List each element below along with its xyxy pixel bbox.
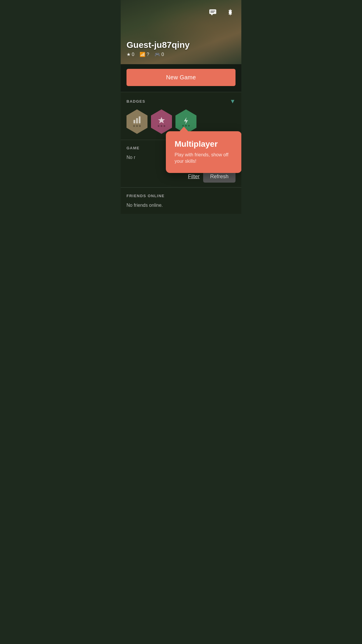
- stars-value: 0: [132, 52, 134, 57]
- no-friends-text: No friends online.: [126, 203, 236, 208]
- stats-row: ★ 0 📶 ? 🎮 0: [126, 52, 236, 57]
- stars-stat: ★ 0: [126, 52, 134, 57]
- tooltip-title: Multiplayer: [175, 139, 233, 149]
- games-section: GAME No r Multiplayer Play with friends,…: [121, 140, 241, 166]
- rank-value: ?: [147, 52, 149, 57]
- games-value: 0: [161, 52, 164, 57]
- svg-rect-7: [139, 116, 140, 123]
- divider-3: [121, 187, 241, 188]
- controller-icon: 🎮: [154, 52, 160, 57]
- rank-icon: 📶: [140, 52, 145, 57]
- username-display: Guest-ju87qiny: [126, 40, 236, 50]
- top-icons: [206, 6, 237, 19]
- settings-button[interactable]: [224, 6, 237, 19]
- svg-rect-6: [136, 118, 138, 123]
- friends-title: FRIENDS ONLINE: [126, 194, 165, 198]
- svg-rect-5: [133, 120, 135, 123]
- svg-marker-9: [184, 117, 188, 124]
- friends-section: FRIENDS ONLINE No friends online.: [121, 188, 241, 214]
- multiplayer-tooltip: Multiplayer Play with friends, show off …: [166, 131, 241, 173]
- new-game-section: New Game: [121, 64, 241, 92]
- rank-stat: 📶 ?: [140, 52, 149, 57]
- badges-chevron[interactable]: ▼: [230, 98, 236, 105]
- games-title: GAME: [126, 146, 140, 150]
- filter-button[interactable]: Filter: [188, 174, 200, 180]
- new-game-button[interactable]: New Game: [126, 69, 236, 86]
- badge-stats[interactable]: [126, 109, 147, 134]
- svg-marker-1: [211, 14, 213, 15]
- badges-title: BADGES: [126, 99, 145, 104]
- tooltip-description: Play with friends, show off your skills!: [175, 152, 233, 165]
- svg-rect-0: [209, 9, 216, 14]
- svg-rect-3: [210, 12, 214, 13]
- tooltip-arrow: [179, 127, 189, 132]
- hero-banner: Guest-ju87qiny ★ 0 📶 ? 🎮 0: [121, 0, 241, 64]
- star-icon: ★: [126, 52, 131, 57]
- hero-content: Guest-ju87qiny ★ 0 📶 ? 🎮 0: [126, 40, 236, 57]
- chat-button[interactable]: [206, 6, 219, 19]
- games-stat: 🎮 0: [154, 52, 164, 57]
- svg-rect-2: [210, 11, 215, 11]
- badges-header: BADGES ▼: [126, 98, 236, 105]
- badge-star[interactable]: [151, 109, 172, 134]
- svg-marker-8: [158, 117, 165, 123]
- main-container: Guest-ju87qiny ★ 0 📶 ? 🎮 0 New Game: [121, 0, 241, 214]
- friends-header: FRIENDS ONLINE: [126, 194, 236, 198]
